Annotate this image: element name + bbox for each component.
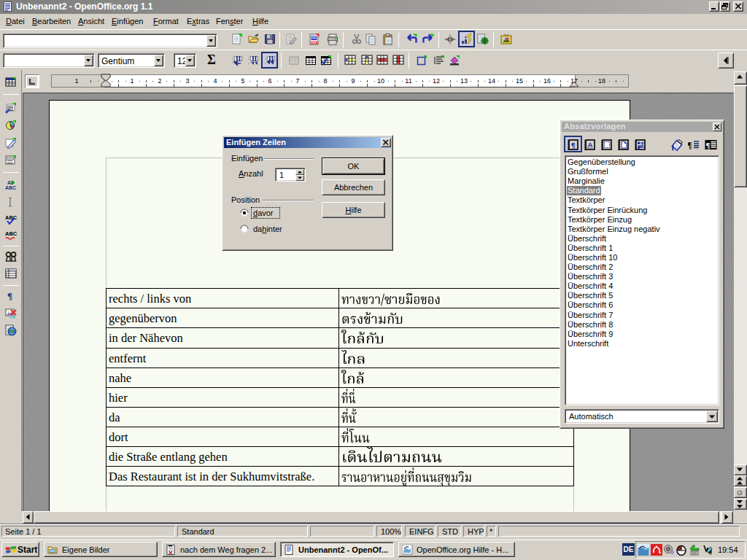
svg-text:¶: ¶ <box>688 140 692 150</box>
svg-text:¶: ¶ <box>571 141 575 149</box>
svg-text:¶: ¶ <box>706 141 711 149</box>
svg-text:PDF: PDF <box>311 42 317 44</box>
svg-text:A: A <box>588 141 593 149</box>
svg-text:A: A <box>7 180 11 185</box>
svg-text:ABC: ABC <box>5 230 17 237</box>
svg-text:ABC: ABC <box>5 214 17 221</box>
svg-text:¶: ¶ <box>7 290 12 301</box>
svg-text:ABC: ABC <box>5 185 16 190</box>
